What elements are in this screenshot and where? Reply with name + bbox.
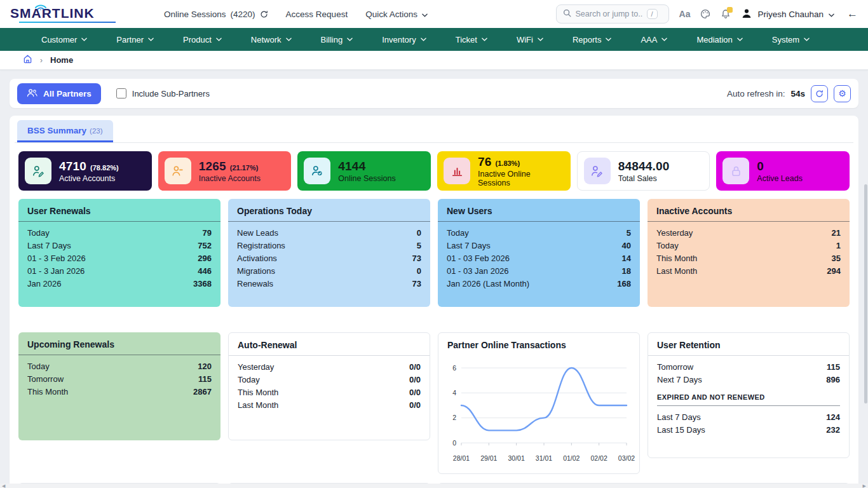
- nav-item-aaa[interactable]: AAA: [626, 28, 682, 51]
- auto-refresh-label: Auto refresh in:: [727, 89, 785, 98]
- tab-bss-summary[interactable]: BSS Summary (23): [17, 120, 113, 142]
- auto-refresh-countdown: 54s: [790, 89, 805, 98]
- svg-text:31/01: 31/01: [536, 454, 552, 462]
- main-nav: Customer Partner Product Network Billing…: [0, 28, 868, 51]
- nav-item-network[interactable]: Network: [236, 28, 306, 51]
- nav-label: Network: [251, 35, 281, 44]
- nav-label: Partner: [116, 35, 144, 44]
- panel-row: Jan 20263368: [27, 277, 212, 290]
- row-value: 120: [198, 362, 212, 371]
- text-size-toggle[interactable]: Aa: [679, 9, 691, 19]
- row-value: 0: [417, 228, 421, 238]
- row-label: Last Month: [656, 266, 697, 276]
- nav-item-reports[interactable]: Reports: [558, 28, 627, 51]
- panel-row: 01 - 03 Feb 202614: [447, 252, 631, 264]
- panel-title: Operations Today: [228, 199, 430, 222]
- header-links: Online Sessions (4220) Access Request Qu…: [164, 10, 428, 19]
- nav-item-billing[interactable]: Billing: [306, 28, 368, 51]
- nav-item-customer[interactable]: Customer: [27, 28, 102, 51]
- panel-row: Jan 2026 (Last Month)168: [447, 277, 631, 290]
- stat-card-active-leads[interactable]: 0 Active Leads: [716, 151, 850, 191]
- row-label: Yesterday: [656, 228, 693, 238]
- nav-item-partner[interactable]: Partner: [102, 28, 168, 51]
- include-sub-partners-checkbox[interactable]: [116, 88, 126, 98]
- header-actions: / Aa Priyesh Chauhan ←: [556, 4, 858, 24]
- panel-row: Renewals73: [237, 277, 421, 290]
- row-value: 2867: [193, 387, 212, 396]
- stat-value: 0: [757, 159, 764, 173]
- row-value: 896: [826, 375, 840, 384]
- nav-label: System: [772, 35, 799, 44]
- panel-row: Last Month0/0: [238, 398, 421, 411]
- brand-logo[interactable]: SMARTLINK: [10, 6, 137, 23]
- nav-label: Product: [183, 35, 212, 44]
- nav-item-product[interactable]: Product: [168, 28, 236, 51]
- row-value: 73: [412, 254, 421, 263]
- panel-row: Tomorrow115: [657, 360, 840, 373]
- horizontal-scrollbar[interactable]: ◀▶: [0, 484, 868, 488]
- global-search[interactable]: /: [556, 4, 669, 24]
- nav-item-ticket[interactable]: Ticket: [441, 28, 502, 51]
- all-partners-button[interactable]: All Partners: [17, 83, 101, 104]
- scroll-left-arrow-icon[interactable]: ◀: [2, 484, 5, 488]
- nav-item-wifi[interactable]: WiFi: [502, 28, 558, 51]
- access-request-link[interactable]: Access Request: [286, 10, 348, 19]
- nav-item-system[interactable]: System: [757, 28, 824, 51]
- panel-title: New Users: [438, 199, 640, 222]
- row-value: 115: [198, 374, 212, 384]
- panel-inactive-accounts: Inactive Accounts Yesterday21 Today1 Thi…: [648, 199, 850, 307]
- svg-text:02/02: 02/02: [591, 454, 607, 462]
- row-label: Yesterday: [238, 362, 274, 372]
- row-value: 232: [826, 425, 840, 435]
- panel-partner-online-transactions: Partner Online Transactions 024628/0129/…: [438, 332, 640, 474]
- panel-row: New Leads0: [237, 226, 421, 239]
- online-sessions-link[interactable]: Online Sessions (4220): [164, 10, 268, 19]
- row-label: This Month: [656, 254, 697, 263]
- theme-palette-icon[interactable]: [700, 9, 710, 19]
- panel-title: Upcoming Renewals: [18, 332, 220, 355]
- quick-actions-menu[interactable]: Quick Actions: [365, 10, 428, 19]
- breadcrumb-page[interactable]: Home: [50, 55, 73, 65]
- nav-item-mediation[interactable]: Mediation: [682, 28, 757, 51]
- stat-cards-row: 4710(78.82%) Active Accounts 1265(21.17%…: [15, 143, 853, 198]
- stat-card-online-sessions[interactable]: 4144 Online Sessions: [297, 151, 431, 191]
- stat-card-total-sales[interactable]: 84844.00 Total Sales: [577, 151, 710, 191]
- tab-strip: BSS Summary (23): [15, 116, 853, 143]
- panel-operations-today: Operations Today New Leads0 Registration…: [228, 199, 430, 307]
- panel-row: Last 7 Days40: [447, 239, 631, 252]
- row-value: 3368: [193, 279, 212, 288]
- row-label: Tomorrow: [27, 374, 64, 384]
- partners-people-icon: [27, 88, 37, 99]
- row-label: This Month: [27, 387, 68, 396]
- refresh-icon[interactable]: [260, 10, 268, 18]
- nav-item-inventory[interactable]: Inventory: [367, 28, 440, 51]
- notifications-bell-icon[interactable]: [721, 9, 731, 19]
- user-menu[interactable]: Priyesh Chauhan: [741, 8, 834, 21]
- panel-row: 01 - 3 Jan 2026446: [27, 264, 212, 277]
- row-label: Last 7 Days: [27, 241, 71, 250]
- stat-card-inactive-online-sessions[interactable]: 76(1.83%) Inactive Online Sessions: [437, 151, 571, 191]
- row-label: Activations: [237, 254, 277, 263]
- all-partners-label: All Partners: [43, 89, 92, 98]
- scroll-right-arrow-icon[interactable]: ▶: [863, 484, 866, 488]
- vertical-scrollbar[interactable]: [864, 184, 867, 403]
- partner-toolbar: All Partners Include Sub-Partners Auto r…: [10, 79, 858, 108]
- panel-row: This Month35: [656, 252, 841, 264]
- stat-card-inactive-accounts[interactable]: 1265(21.17%) Inactive Accounts: [158, 151, 292, 191]
- svg-text:6: 6: [452, 364, 456, 372]
- row-label: Last 7 Days: [447, 241, 491, 250]
- search-input[interactable]: [576, 10, 642, 18]
- refresh-now-button[interactable]: [811, 85, 828, 102]
- row-value: 5: [417, 241, 421, 250]
- transactions-line-chart: 024628/0129/0130/0131/0101/0202/0203/02: [442, 358, 635, 470]
- home-icon[interactable]: [23, 54, 32, 66]
- user-minus-icon: [165, 158, 191, 184]
- stat-percent: (1.83%): [496, 159, 520, 167]
- include-sub-partners: Include Sub-Partners: [116, 88, 210, 98]
- panel-row: This Month0/0: [238, 386, 421, 398]
- collapse-back-arrow-icon[interactable]: ←: [847, 8, 858, 20]
- quick-actions-label: Quick Actions: [365, 10, 417, 19]
- settings-gear-button[interactable]: ⚙: [834, 85, 851, 102]
- stat-card-active-accounts[interactable]: 4710(78.82%) Active Accounts: [18, 151, 152, 191]
- page-content: All Partners Include Sub-Partners Auto r…: [0, 70, 868, 488]
